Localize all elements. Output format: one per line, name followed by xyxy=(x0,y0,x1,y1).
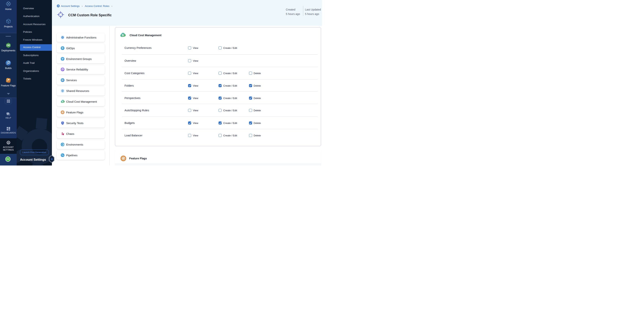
svg-text:?: ? xyxy=(7,113,8,114)
svg-text:$: $ xyxy=(122,33,124,36)
svg-text:$: $ xyxy=(62,100,63,103)
